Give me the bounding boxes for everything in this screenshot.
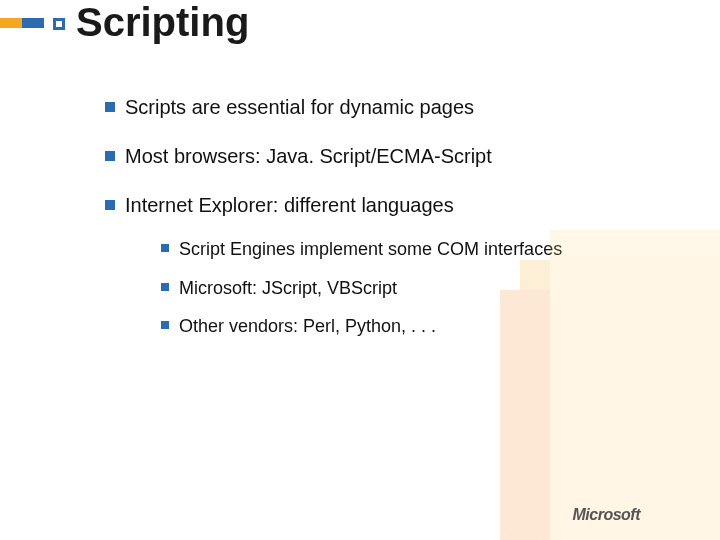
- square-bullet-icon: [161, 321, 169, 329]
- title-bullet-icon: [53, 18, 65, 30]
- accent-blue: [22, 18, 44, 28]
- sub-list-item-text: Other vendors: Perl, Python, . . .: [179, 315, 436, 338]
- list-item: Most browsers: Java. Script/ECMA-Script: [105, 144, 665, 169]
- bullet-list: Scripts are essential for dynamic pages …: [105, 95, 665, 338]
- accent-orange: [0, 18, 22, 28]
- list-item: Scripts are essential for dynamic pages: [105, 95, 665, 120]
- sub-list-item: Other vendors: Perl, Python, . . .: [161, 315, 665, 338]
- list-item: Internet Explorer: different languages S…: [105, 193, 665, 338]
- page-title: Scripting: [76, 0, 249, 45]
- square-bullet-icon: [105, 200, 115, 210]
- sub-list-item: Script Engines implement some COM interf…: [161, 238, 665, 261]
- square-bullet-icon: [105, 102, 115, 112]
- square-bullet-icon: [161, 244, 169, 252]
- title-accent-bar: [0, 18, 45, 28]
- list-item-text: Internet Explorer: different languages: [125, 193, 665, 218]
- square-bullet-icon: [105, 151, 115, 161]
- sub-list-item: Microsoft: JScript, VBScript: [161, 277, 665, 300]
- square-bullet-icon: [161, 283, 169, 291]
- microsoft-logo: Microsoft: [573, 506, 641, 524]
- sub-list-item-text: Script Engines implement some COM interf…: [179, 238, 562, 261]
- list-item-body: Internet Explorer: different languages S…: [125, 193, 665, 338]
- sub-list: Script Engines implement some COM interf…: [161, 238, 665, 338]
- sub-list-item-text: Microsoft: JScript, VBScript: [179, 277, 397, 300]
- list-item-text: Scripts are essential for dynamic pages: [125, 95, 474, 120]
- list-item-text: Most browsers: Java. Script/ECMA-Script: [125, 144, 492, 169]
